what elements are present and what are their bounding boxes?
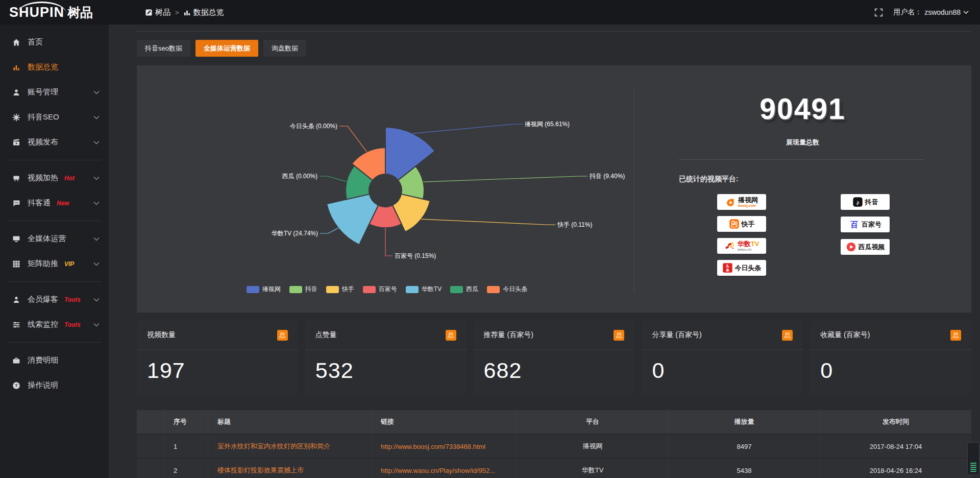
total-badge[interactable]: 总 xyxy=(614,330,624,341)
sidebar-divider xyxy=(7,221,102,221)
video-publish-icon xyxy=(12,138,20,147)
scroll-widget[interactable] xyxy=(967,442,979,475)
total-badge[interactable]: 总 xyxy=(446,330,456,341)
platform-badge-wasu-tv: 华数TVwasu.cn xyxy=(717,238,766,254)
tab-inquiry-data[interactable]: 询盘数据 xyxy=(263,40,306,57)
platform-badge-baijiahao: 百 百家号 xyxy=(841,217,890,232)
stat-card-label: 视频数量 xyxy=(147,330,176,340)
pie-label-line-douyin xyxy=(423,176,587,182)
platform-badge-toutiao: 头条 今日头条 xyxy=(717,260,766,276)
sidebar-item-video-publish[interactable]: 视频发布 xyxy=(0,130,109,155)
legend-label: 抖音 xyxy=(305,285,317,294)
chevron-down-icon xyxy=(93,201,100,205)
svg-text:?: ? xyxy=(15,383,17,388)
legend-item-kuaishou[interactable]: 快手 xyxy=(326,285,354,294)
chevron-down-icon xyxy=(93,262,100,266)
chevron-down-icon xyxy=(93,237,100,241)
sidebar-item-matrix-boost[interactable]: 矩阵助推 VIP xyxy=(0,251,109,276)
cell-title-link[interactable]: 楼体投影灯投影效果震撼上市 xyxy=(217,466,304,474)
xigua-logo-icon xyxy=(846,242,856,252)
stat-card-value: 0 xyxy=(642,350,803,383)
baijiahao-logo-icon: 百 xyxy=(849,219,860,230)
sidebar-item-all-media-operation[interactable]: 全媒体运营 xyxy=(0,226,109,251)
stat-cards-row: 视频数量 总 197 点赞量 总 532 推荐量 (百家号) 总 682 分享量… xyxy=(137,321,971,395)
tab-douyin-seo-data[interactable]: 抖音seo数据 xyxy=(137,40,190,57)
cell-index: 1 xyxy=(164,435,208,458)
sidebar-item-video-heating[interactable]: 视频加热 Hot xyxy=(0,165,109,190)
sidebar-item-label: 视频加热 xyxy=(28,173,58,183)
sidebar-item-douketong[interactable]: 抖客通 New xyxy=(0,190,109,216)
video-data-table: 序号 标题 链接 平台 播放量 发布时间 1 室外水纹灯和室内水纹灯的区别和简介… xyxy=(137,409,971,478)
sidebar-item-badge: VIP xyxy=(64,260,74,268)
legend-item-douyin[interactable]: 抖音 xyxy=(289,285,317,294)
pie-slice-kuaishou[interactable] xyxy=(393,194,430,232)
sidebar-item-home[interactable]: 首页 xyxy=(0,30,109,55)
sidebar-item-douyin-seo[interactable]: 抖音SEO xyxy=(0,105,109,130)
sidebar-divider xyxy=(7,281,102,282)
svg-text:百: 百 xyxy=(850,221,858,229)
sidebar-item-operation-guide[interactable]: ? 操作说明 xyxy=(0,373,109,398)
fullscreen-icon[interactable] xyxy=(874,8,883,17)
col-header-platform: 平台 xyxy=(517,410,669,434)
sidebar-item-member-burst[interactable]: 会员爆客 Tools xyxy=(0,287,109,312)
sidebar-item-clue-monitor[interactable]: 线索监控 Tools xyxy=(0,312,109,337)
legend-item-toutiao[interactable]: 今日头条 xyxy=(487,285,527,294)
stat-card-value: 197 xyxy=(137,350,298,383)
total-badge[interactable]: 总 xyxy=(277,330,288,341)
account-management-icon xyxy=(12,88,20,97)
chevron-down-icon xyxy=(93,90,100,94)
clue-monitor-icon xyxy=(12,321,20,329)
legend-label: 播视网 xyxy=(262,285,281,294)
legend-chip xyxy=(363,286,376,293)
user-menu[interactable]: 用户名：zswodun88 xyxy=(893,8,969,17)
cell-url-link[interactable]: http://www.boosj.com/7338468.html xyxy=(381,443,485,450)
sidebar-item-account-management[interactable]: 账号管理 xyxy=(0,80,109,105)
total-badge[interactable]: 总 xyxy=(950,330,961,341)
sidebar-divider xyxy=(7,160,102,160)
svg-text:条: 条 xyxy=(725,268,729,272)
breadcrumb-item-shupin[interactable]: 树品 xyxy=(145,8,170,17)
tab-all-media-data[interactable]: 全媒体运营数据 xyxy=(195,40,258,57)
cell-title-link[interactable]: 室外水纹灯和室内水纹灯的区别和简介 xyxy=(217,442,330,450)
total-badge[interactable]: 总 xyxy=(782,330,793,341)
username-value: zswodun88 xyxy=(924,8,961,16)
sidebar-item-data-overview[interactable]: 数据总览 xyxy=(0,55,109,80)
pie-slice-wasu-tv[interactable] xyxy=(327,194,378,245)
sidebar-item-badge: Tools xyxy=(64,321,81,328)
legend-item-baijiahao[interactable]: 百家号 xyxy=(363,285,397,294)
toutiao-logo-icon: 头条 xyxy=(722,262,733,273)
chart-legend: 播视网 抖音 快手 百家号 华数TV 西瓜 今日头条 xyxy=(137,285,637,294)
sidebar-item-badge: New xyxy=(57,200,69,207)
pie-label-line-boosj xyxy=(413,124,523,133)
stat-card-share-count: 分享量 (百家号) 总 0 xyxy=(642,321,803,395)
pie-label-wasu-tv: 华数TV (24.74%) xyxy=(272,230,318,237)
chevron-down-icon xyxy=(93,115,100,119)
sidebar-item-label: 操作说明 xyxy=(28,380,58,390)
chevron-down-icon xyxy=(93,140,100,145)
douyin-logo-icon: ♪♪♪ xyxy=(852,197,863,207)
breadcrumb-item-data-overview[interactable]: 数据总览 xyxy=(184,8,224,17)
platform-badge-kuaishou: 快手 xyxy=(717,216,766,232)
sidebar-item-consume-detail[interactable]: 消费明细 xyxy=(0,348,109,373)
legend-chip xyxy=(487,286,500,293)
sidebar-item-label: 数据总览 xyxy=(28,62,58,72)
chevron-down-icon xyxy=(93,298,100,302)
bar-chart-icon xyxy=(184,9,190,16)
sidebar-item-label: 抖客通 xyxy=(28,198,51,208)
stat-card-label: 推荐量 (百家号) xyxy=(484,330,533,340)
legend-label: 今日头条 xyxy=(503,285,527,294)
cell-url-link[interactable]: http://www.wasu.cn/Play/show/id/952... xyxy=(381,467,495,474)
legend-item-wasu-tv[interactable]: 华数TV xyxy=(406,285,442,294)
legend-item-xigua[interactable]: 西瓜 xyxy=(450,285,478,294)
impressions-total-value: 90491 xyxy=(634,92,971,126)
username-label: 用户名： xyxy=(893,8,922,17)
rose-pie-chart: 播视网 (65.61%)抖音 (9.40%)快手 (0.11%)百家号 (0.1… xyxy=(137,65,637,313)
pie-label-line-wasu-tv xyxy=(320,228,338,233)
edit-square-icon xyxy=(145,9,152,16)
pie-label-line-kuaishou xyxy=(421,219,555,225)
video-heating-icon xyxy=(12,174,20,182)
consume-detail-icon xyxy=(12,356,20,365)
topbar-right: 用户名：zswodun88 xyxy=(874,0,969,25)
sidebar: 首页 数据总览 账号管理 抖音SEO 视频发布 视频加热 Hot 抖客通 New… xyxy=(0,25,109,478)
legend-item-boosj[interactable]: 播视网 xyxy=(247,285,281,294)
